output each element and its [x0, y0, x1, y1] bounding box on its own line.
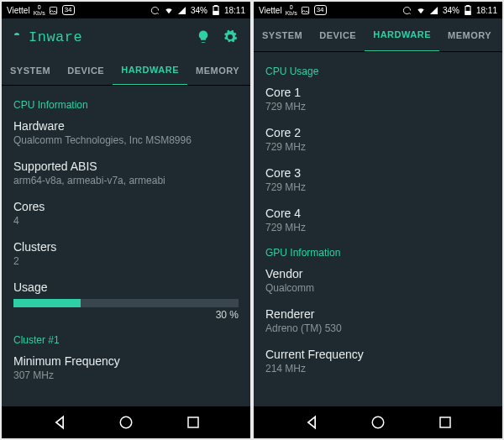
minfreq-label: Minimum Frequency	[13, 354, 239, 368]
bulb-button[interactable]	[193, 27, 213, 47]
abis-label: Supported ABIS	[13, 160, 239, 173]
hardware-value: Qualcomm Technologies, Inc MSM8996	[13, 134, 239, 146]
net-unit: Kb/s	[34, 10, 45, 16]
core-value: 729 MHz	[265, 181, 491, 193]
svg-point-10	[372, 416, 384, 428]
core-value: 729 MHz	[265, 222, 491, 233]
navbar	[254, 406, 502, 438]
renderer-value: Adreno (TM) 530	[265, 322, 491, 334]
list-item: Hardware Qualcomm Technologies, Inc MSM8…	[13, 119, 239, 146]
net-unit: Kb/s	[286, 10, 297, 16]
list-item: Minimum Frequency 307 MHz	[13, 354, 239, 381]
svg-point-4	[120, 416, 132, 428]
statusbar: Viettel 0 Kb/s 34 34% 18:11	[2, 2, 250, 18]
statusbar: Viettel 0 Kb/s 34 34% 18:11	[254, 2, 502, 18]
curfreq-value: 214 MHz	[265, 363, 491, 375]
carrier-text: Viettel	[259, 6, 282, 15]
nav-home-button[interactable]	[369, 413, 387, 432]
curfreq-label: Current Frequency	[265, 348, 491, 361]
clock: 18:11	[224, 6, 245, 15]
core-value: 729 MHz	[265, 141, 491, 153]
wifi-icon	[416, 5, 426, 15]
settings-button[interactable]	[220, 27, 240, 47]
list-item: Core 1 729 MHz	[265, 86, 491, 113]
signal-icon	[177, 5, 187, 15]
list-item: Supported ABIS arm64-v8a, armeabi-v7a, a…	[13, 160, 239, 186]
tab-hardware[interactable]: HARDWARE	[365, 18, 439, 52]
renderer-label: Renderer	[265, 307, 491, 321]
battery-icon	[463, 5, 473, 15]
tab-device[interactable]: DEVICE	[311, 18, 365, 51]
core-label: Core 1	[265, 86, 491, 99]
refresh-icon	[402, 5, 412, 15]
nav-recent-button[interactable]	[184, 413, 202, 432]
tab-system[interactable]: SYSTEM	[254, 18, 311, 51]
usage-progress-bar	[13, 299, 239, 307]
notif-badge: 34	[62, 5, 75, 15]
tab-camera[interactable]: CAMERA	[248, 55, 250, 85]
list-item: Core 4 729 MHz	[265, 207, 491, 233]
content-pane-left[interactable]: CPU Information Hardware Qualcomm Techno…	[2, 86, 250, 406]
list-item: Cores 4	[13, 200, 239, 227]
navbar	[2, 406, 250, 438]
list-item: Vendor Qualcomm	[265, 267, 491, 294]
section-gpu-info: GPU Information	[265, 247, 491, 259]
tab-row: SYSTEM DEVICE HARDWARE MEMORY CAMERA N	[254, 18, 502, 52]
usage-label: Usage	[13, 280, 239, 294]
list-item: Renderer Adreno (TM) 530	[265, 307, 491, 334]
image-icon	[49, 5, 59, 15]
svg-rect-2	[214, 5, 217, 7]
image-icon	[301, 5, 311, 15]
svg-rect-0	[50, 7, 57, 13]
signal-icon	[429, 5, 439, 15]
notif-badge: 34	[314, 5, 327, 15]
section-cpu-usage: CPU Usage	[265, 65, 491, 77]
minfreq-value: 307 MHz	[13, 369, 239, 381]
tab-memory[interactable]: MEMORY	[439, 18, 500, 51]
phone-right: Viettel 0 Kb/s 34 34% 18:11	[254, 2, 502, 438]
list-item: Core 3 729 MHz	[265, 166, 491, 193]
core-value: 729 MHz	[265, 101, 491, 113]
svg-rect-5	[188, 417, 198, 427]
battery-pct: 34%	[191, 6, 207, 15]
svg-rect-6	[302, 7, 309, 13]
cores-label: Cores	[13, 200, 239, 213]
battery-icon	[211, 5, 221, 15]
refresh-icon	[150, 5, 160, 15]
phone-left: Viettel 0 Kb/s 34 34% 18:11	[2, 2, 250, 438]
section-cluster1: Cluster #1	[13, 334, 239, 346]
tab-memory[interactable]: MEMORY	[187, 55, 248, 85]
vendor-label: Vendor	[265, 267, 491, 280]
vendor-value: Qualcomm	[265, 282, 491, 294]
list-item: Clusters 2	[13, 240, 239, 267]
cores-value: 4	[13, 215, 239, 227]
usage-pct: 30 %	[13, 309, 239, 321]
nav-recent-button[interactable]	[436, 413, 454, 432]
list-item: Usage 30 %	[13, 280, 239, 321]
section-cpu-info: CPU Information	[13, 99, 239, 111]
appbar: Inware	[2, 18, 250, 55]
wifi-icon	[164, 5, 174, 15]
tab-hardware[interactable]: HARDWARE	[113, 55, 187, 86]
list-item: Core 2 729 MHz	[265, 126, 491, 153]
clusters-value: 2	[13, 255, 239, 267]
nav-back-button[interactable]	[50, 413, 69, 432]
tab-camera[interactable]: CAMERA	[500, 18, 502, 51]
core-label: Core 2	[265, 126, 491, 139]
nav-home-button[interactable]	[117, 413, 135, 432]
app-title: Inware	[29, 29, 186, 45]
battery-pct: 34%	[443, 6, 459, 15]
tab-system[interactable]: SYSTEM	[2, 55, 59, 85]
svg-rect-8	[466, 5, 469, 7]
net-speed: 0	[38, 4, 41, 10]
carrier-text: Viettel	[7, 6, 30, 15]
app-logo-icon	[12, 32, 22, 42]
abis-value: arm64-v8a, armeabi-v7a, armeabi	[13, 175, 239, 186]
svg-rect-11	[440, 417, 450, 427]
list-item: Current Frequency 214 MHz	[265, 348, 491, 375]
tab-device[interactable]: DEVICE	[59, 55, 113, 85]
tab-row: SYSTEM DEVICE HARDWARE MEMORY CAMERA N	[2, 55, 250, 86]
content-pane-right[interactable]: CPU Usage Core 1 729 MHz Core 2 729 MHz …	[254, 52, 502, 406]
svg-rect-9	[465, 12, 470, 15]
nav-back-button[interactable]	[302, 413, 321, 432]
